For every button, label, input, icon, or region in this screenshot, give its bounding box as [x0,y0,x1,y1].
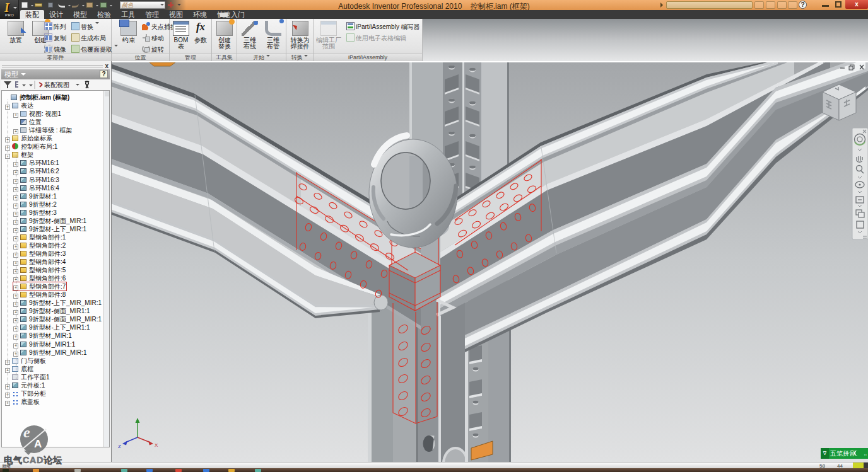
svg-text:X: X [155,442,158,448]
svg-text:装配视图: 装配视图 [44,81,69,88]
svg-text:Z: Z [118,444,121,449]
